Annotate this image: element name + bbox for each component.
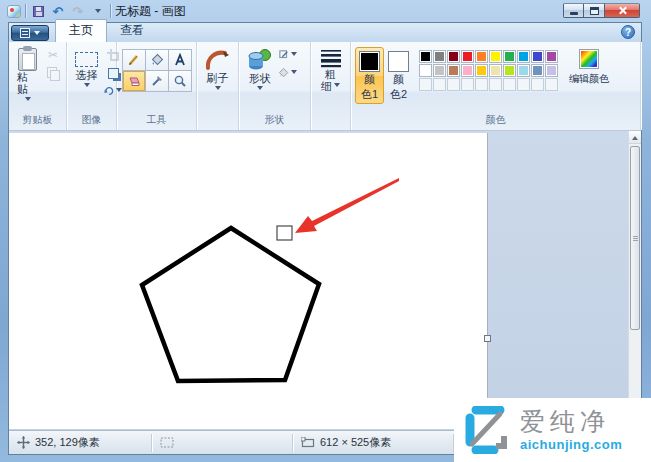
tab-view[interactable]: 查看	[107, 20, 157, 42]
palette-swatch-empty[interactable]	[447, 78, 460, 91]
paint-app-icon[interactable]	[7, 5, 21, 18]
drawing-canvas[interactable]	[9, 133, 488, 429]
palette-swatch[interactable]	[447, 64, 460, 77]
group-size: 粗 细	[311, 42, 351, 130]
aichunjing-logo-icon	[462, 406, 512, 454]
help-button[interactable]: ?	[621, 25, 635, 39]
app-menu-button[interactable]	[11, 25, 49, 41]
undo-button[interactable]: ↶	[50, 4, 66, 19]
select-button[interactable]: 选择	[71, 46, 102, 92]
brushes-button[interactable]: 刷子	[201, 46, 235, 95]
palette-swatch[interactable]	[475, 50, 488, 63]
maximize-button[interactable]	[584, 3, 605, 18]
palette-swatch[interactable]	[447, 50, 460, 63]
size-button[interactable]: 粗 细	[316, 46, 346, 94]
paint-window: { "titlebar": { "title": "无标题 - 画图", "gl…	[0, 0, 651, 462]
color2-swatch	[388, 51, 409, 72]
rotate-icon	[104, 85, 114, 97]
save-button[interactable]	[30, 4, 46, 19]
close-button[interactable]	[605, 3, 640, 18]
palette-swatch[interactable]	[545, 50, 558, 63]
group-label-image: 图像	[67, 112, 116, 130]
group-colors: 颜 色1 颜 色2 编辑颜色 颜色	[351, 42, 641, 130]
palette-swatch[interactable]	[489, 64, 502, 77]
edit-colors-button[interactable]: 编辑颜色	[566, 46, 612, 86]
group-label-clipboard: 剪贴板	[9, 112, 66, 130]
window-title: 无标题 - 画图	[115, 3, 186, 20]
eraser-cursor	[277, 226, 292, 240]
minimize-button[interactable]	[563, 3, 584, 18]
palette-swatch[interactable]	[461, 50, 474, 63]
scrollbar-thumb[interactable]	[630, 146, 640, 330]
customize-qat-button[interactable]	[90, 4, 106, 19]
palette-swatch-empty[interactable]	[489, 78, 502, 91]
canvas-resize-handle[interactable]	[484, 335, 491, 342]
palette-swatch[interactable]	[503, 50, 516, 63]
ribbon: 粘贴 ✂ 剪贴板 选择	[9, 42, 641, 131]
group-label-shapes: 形状	[239, 112, 310, 130]
eraser-icon	[126, 75, 141, 88]
minimize-icon	[570, 12, 578, 15]
palette-swatch-empty[interactable]	[433, 78, 446, 91]
palette-swatch[interactable]	[503, 64, 516, 77]
save-icon	[33, 6, 44, 17]
palette-swatch[interactable]	[531, 50, 544, 63]
copy-button[interactable]	[44, 65, 62, 81]
palette-swatch[interactable]	[433, 50, 446, 63]
watermark: 爱纯净 aichunjing.com	[454, 398, 651, 462]
line-size-icon	[320, 48, 342, 68]
separator	[25, 4, 26, 18]
edit-colors-icon	[579, 49, 599, 69]
palette-swatch[interactable]	[517, 50, 530, 63]
chevron-down-icon	[257, 86, 263, 93]
shape-outline-button[interactable]	[279, 47, 297, 63]
color2-button[interactable]: 颜 色2	[384, 47, 413, 104]
shapes-button[interactable]: 形状	[243, 46, 277, 95]
palette-swatch-empty[interactable]	[475, 78, 488, 91]
palette-swatch[interactable]	[531, 64, 544, 77]
image-size-section: 612 × 525像素	[293, 431, 453, 454]
cut-button[interactable]: ✂	[44, 47, 62, 63]
palette-swatch-empty[interactable]	[517, 78, 530, 91]
palette-swatch[interactable]	[419, 50, 432, 63]
palette-swatch-empty[interactable]	[419, 78, 432, 91]
palette-swatch-empty[interactable]	[503, 78, 516, 91]
pencil-tool[interactable]	[123, 50, 145, 70]
eraser-tool[interactable]	[123, 71, 145, 91]
chevron-down-icon	[215, 86, 221, 93]
group-clipboard: 粘贴 ✂ 剪贴板	[9, 42, 67, 130]
shapes-icon	[247, 48, 273, 72]
crop-button[interactable]	[104, 47, 122, 63]
triangle-up-icon	[632, 133, 638, 140]
palette-swatch[interactable]	[475, 64, 488, 77]
palette-swatch-empty[interactable]	[531, 78, 544, 91]
tab-home[interactable]: 主页	[55, 19, 107, 42]
menu-icon	[20, 28, 30, 38]
clipboard-icon	[18, 48, 37, 71]
palette-swatch[interactable]	[461, 64, 474, 77]
palette-swatch[interactable]	[545, 64, 558, 77]
separator	[110, 4, 111, 18]
palette-swatch[interactable]	[419, 64, 432, 77]
text-tool[interactable]	[169, 50, 191, 70]
scroll-up-button[interactable]	[629, 131, 641, 144]
palette-swatch[interactable]	[517, 64, 530, 77]
palette-swatch[interactable]	[433, 64, 446, 77]
fill-tool[interactable]	[146, 50, 168, 70]
maximize-icon	[590, 7, 599, 15]
color-picker-tool[interactable]	[146, 71, 168, 91]
palette-swatch[interactable]	[489, 50, 502, 63]
copy-icon	[47, 67, 59, 79]
palette-swatch-empty[interactable]	[545, 78, 558, 91]
vertical-scrollbar[interactable]	[628, 131, 641, 430]
palette-swatch-empty[interactable]	[461, 78, 474, 91]
color-picker-icon	[150, 74, 164, 88]
tab-row: 主页 查看 ?	[9, 23, 641, 42]
magnifier-tool[interactable]	[169, 71, 191, 91]
undo-icon: ↶	[53, 5, 64, 18]
color-palette	[419, 50, 558, 91]
color1-button[interactable]: 颜 色1	[355, 47, 384, 104]
shape-fill-button[interactable]	[279, 65, 297, 81]
redo-button[interactable]: ↷	[70, 4, 86, 19]
paste-button[interactable]: 粘贴	[13, 46, 42, 106]
